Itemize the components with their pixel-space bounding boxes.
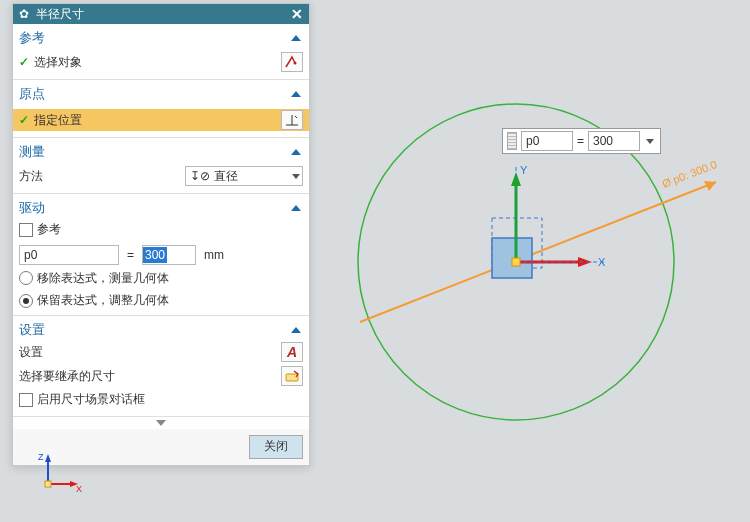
section-title-measure: 测量 bbox=[19, 143, 45, 161]
chevron-up-icon bbox=[291, 149, 301, 155]
svg-rect-4 bbox=[286, 374, 298, 381]
chevron-down-icon bbox=[156, 420, 166, 426]
section-head-drive[interactable]: 驱动 bbox=[19, 196, 303, 219]
floating-param-box[interactable]: p0 = 300 bbox=[502, 128, 661, 154]
settings-row[interactable]: 设置 A bbox=[19, 341, 303, 363]
viewport-bg: Y X Ø p0: 300.0 p0 = 300 ✿ 半径尺寸 ✕ 参考 bbox=[0, 0, 750, 522]
panel-title-text: 半径尺寸 bbox=[36, 7, 84, 21]
section-measure: 测量 方法 ↧⊘直径 bbox=[13, 138, 309, 194]
section-title-origin: 原点 bbox=[19, 85, 45, 103]
panel-title-left: ✿ 半径尺寸 bbox=[19, 4, 84, 24]
triad-x-label: X bbox=[76, 484, 82, 494]
settings-row-label: 设置 bbox=[19, 344, 43, 361]
close-button[interactable]: 关闭 bbox=[249, 435, 303, 459]
inherit-dim-row[interactable]: 选择要继承的尺寸 bbox=[19, 365, 303, 387]
view-triad: X Z bbox=[38, 450, 82, 494]
dropdown-icon[interactable] bbox=[646, 139, 654, 144]
y-axis-arrow-head bbox=[511, 172, 521, 186]
origin-marker bbox=[512, 258, 520, 266]
radio-remove-expr[interactable]: 移除表达式，测量几何体 bbox=[19, 270, 169, 287]
dialog-panel: ✿ 半径尺寸 ✕ 参考 ✓ 选择对象 原 bbox=[12, 3, 310, 466]
dimension-arrow bbox=[704, 181, 716, 191]
radio-remove-expr-label: 移除表达式，测量几何体 bbox=[37, 270, 169, 287]
close-icon[interactable]: ✕ bbox=[291, 4, 303, 24]
section-head-settings[interactable]: 设置 bbox=[19, 318, 303, 341]
checkbox-icon[interactable] bbox=[19, 393, 33, 407]
check-icon: ✓ bbox=[19, 55, 29, 69]
svg-line-3 bbox=[295, 116, 297, 118]
pick-object-button[interactable] bbox=[281, 52, 303, 72]
panel-titlebar[interactable]: ✿ 半径尺寸 ✕ bbox=[13, 4, 309, 24]
inherit-dim-button[interactable] bbox=[281, 366, 303, 386]
dropdown-icon bbox=[292, 174, 300, 179]
section-head-origin[interactable]: 原点 bbox=[19, 82, 303, 105]
y-axis-label: Y bbox=[520, 164, 528, 176]
text-style-button[interactable]: A bbox=[281, 342, 303, 362]
x-axis-label: X bbox=[598, 256, 606, 268]
panel-collapse-handle[interactable] bbox=[13, 420, 309, 426]
expression-name-input[interactable]: p0 bbox=[19, 245, 119, 265]
specify-position-button[interactable] bbox=[281, 110, 303, 130]
section-head-reference[interactable]: 参考 bbox=[19, 26, 303, 49]
select-object-label: 选择对象 bbox=[34, 55, 82, 69]
equals-label: = bbox=[577, 134, 584, 148]
dimension-line bbox=[360, 182, 716, 322]
sketch-rect bbox=[492, 238, 532, 278]
chevron-up-icon bbox=[291, 35, 301, 41]
aux-rect-outline bbox=[492, 218, 542, 268]
method-value: 直径 bbox=[214, 169, 238, 183]
svg-rect-9 bbox=[45, 481, 51, 487]
check-icon: ✓ bbox=[19, 113, 29, 127]
drag-handle-icon[interactable] bbox=[507, 132, 517, 150]
chevron-up-icon bbox=[291, 91, 301, 97]
radio-icon[interactable] bbox=[19, 294, 33, 308]
section-drive: 驱动 参考 p0 = 300 mm 移除表达式，测量几何体 bbox=[13, 194, 309, 316]
expression-row: p0 = 300 mm bbox=[19, 244, 303, 266]
enable-scene-dialog-checkbox[interactable]: 启用尺寸场景对话框 bbox=[19, 391, 145, 408]
chevron-up-icon bbox=[291, 327, 301, 333]
gear-icon: ✿ bbox=[19, 7, 29, 21]
section-title-settings: 设置 bbox=[19, 321, 45, 339]
section-settings: 设置 设置 A 选择要继承的尺寸 启用尺寸场景对话框 bbox=[13, 316, 309, 417]
section-origin: 原点 ✓ 指定位置 bbox=[13, 80, 309, 138]
radio-keep-expr[interactable]: 保留表达式，调整几何体 bbox=[19, 292, 169, 309]
expression-value-text: 300 bbox=[143, 247, 167, 263]
section-reference: 参考 ✓ 选择对象 bbox=[13, 24, 309, 80]
unit-select[interactable]: mm bbox=[200, 245, 230, 265]
reference-checkbox-label: 参考 bbox=[37, 221, 61, 238]
reference-checkbox-row[interactable]: 参考 bbox=[19, 221, 61, 238]
radio-icon[interactable] bbox=[19, 271, 33, 285]
specify-position-row[interactable]: ✓ 指定位置 bbox=[13, 109, 309, 131]
diameter-icon: ↧⊘ bbox=[190, 169, 210, 183]
radio-keep-expr-label: 保留表达式，调整几何体 bbox=[37, 292, 169, 309]
svg-point-0 bbox=[294, 62, 297, 65]
text-style-icon: A bbox=[287, 344, 297, 360]
method-row: 方法 ↧⊘直径 bbox=[19, 165, 303, 187]
section-title-reference: 参考 bbox=[19, 29, 45, 47]
checkbox-icon[interactable] bbox=[19, 223, 33, 237]
section-title-drive: 驱动 bbox=[19, 199, 45, 217]
expression-value-input[interactable]: 300 bbox=[142, 245, 196, 265]
param-value-input[interactable]: 300 bbox=[588, 131, 640, 151]
method-label: 方法 bbox=[19, 168, 43, 185]
unit-label: mm bbox=[204, 248, 224, 262]
select-object-row[interactable]: ✓ 选择对象 bbox=[19, 51, 303, 73]
method-select[interactable]: ↧⊘直径 bbox=[185, 166, 303, 186]
specify-position-label: 指定位置 bbox=[34, 113, 82, 127]
triad-z-label: Z bbox=[38, 452, 44, 462]
param-name-input[interactable]: p0 bbox=[521, 131, 573, 151]
enable-scene-dialog-label: 启用尺寸场景对话框 bbox=[37, 391, 145, 408]
inherit-dim-label: 选择要继承的尺寸 bbox=[19, 368, 115, 385]
x-axis-arrow-head bbox=[578, 257, 592, 267]
equals-label: = bbox=[123, 248, 138, 262]
chevron-up-icon bbox=[291, 205, 301, 211]
section-head-measure[interactable]: 测量 bbox=[19, 140, 303, 163]
svg-marker-8 bbox=[45, 454, 51, 462]
dimension-label: Ø p0: 300.0 bbox=[660, 158, 718, 190]
